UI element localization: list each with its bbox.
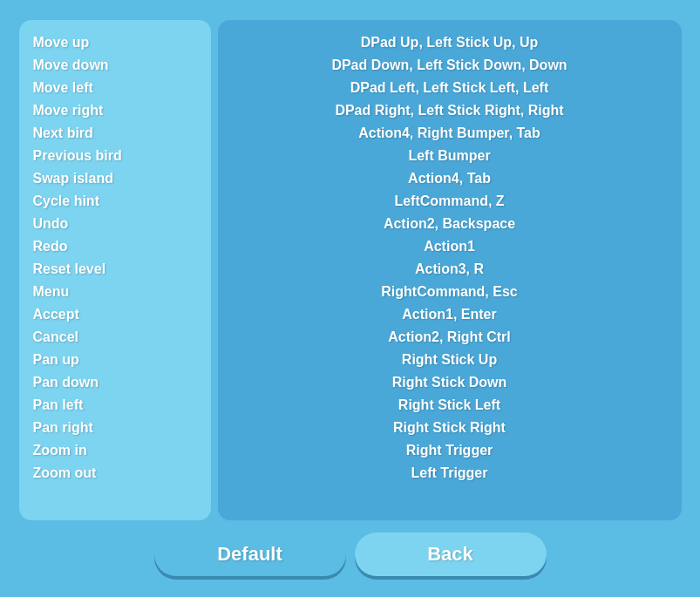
action-label: Reset level (33, 259, 197, 280)
actions-panel: Move upMove downMove leftMove rightNext … (19, 20, 211, 520)
binding-label: Action3, R (232, 259, 668, 280)
binding-label: DPad Left, Left Stick Left, Left (232, 78, 668, 98)
content-area: Move upMove downMove leftMove rightNext … (19, 20, 682, 520)
action-label: Pan down (33, 372, 197, 393)
action-label: Move right (33, 100, 197, 121)
action-label: Swap island (33, 168, 197, 189)
binding-label: Action1, Enter (232, 304, 668, 325)
binding-label: Right Trigger (232, 440, 668, 461)
button-row: Default Back (19, 529, 682, 578)
binding-label: Action2, Backspace (232, 214, 668, 234)
action-label: Next bird (33, 123, 197, 144)
action-label: Zoom out (33, 463, 197, 484)
binding-label: Right Stick Left (232, 395, 668, 416)
binding-label: Action2, Right Ctrl (232, 327, 668, 348)
binding-label: DPad Up, Left Stick Up, Up (232, 32, 668, 53)
action-label: Accept (33, 304, 197, 325)
binding-label: Right Stick Up (232, 349, 668, 370)
binding-label: Right Stick Right (232, 417, 668, 438)
binding-label: LeftCommand, Z (232, 191, 668, 212)
action-label: Pan up (33, 349, 197, 370)
action-label: Move up (33, 32, 197, 53)
action-label: Pan right (33, 417, 197, 438)
binding-label: Action4, Tab (232, 168, 668, 189)
binding-label: Action1 (232, 236, 668, 257)
action-label: Move left (33, 78, 197, 98)
binding-label: Left Bumper (232, 146, 668, 166)
action-label: Zoom in (33, 440, 197, 461)
action-label: Undo (33, 214, 197, 234)
action-label: Previous bird (33, 146, 197, 166)
action-label: Redo (33, 236, 197, 257)
binding-label: DPad Down, Left Stick Down, Down (232, 55, 668, 76)
binding-label: Action4, Right Bumper, Tab (232, 123, 668, 144)
bindings-panel: DPad Up, Left Stick Up, UpDPad Down, Lef… (218, 20, 682, 520)
action-label: Cycle hint (33, 191, 197, 212)
binding-label: Left Trigger (232, 463, 668, 484)
back-button[interactable]: Back (355, 533, 547, 576)
action-label: Menu (33, 282, 197, 302)
binding-label: RightCommand, Esc (232, 282, 668, 302)
default-button[interactable]: Default (154, 533, 346, 576)
keybindings-dialog: Move upMove downMove leftMove rightNext … (10, 11, 690, 587)
action-label: Cancel (33, 327, 197, 348)
binding-label: DPad Right, Left Stick Right, Right (232, 100, 668, 121)
binding-label: Right Stick Down (232, 372, 668, 393)
action-label: Pan left (33, 395, 197, 416)
action-label: Move down (33, 55, 197, 76)
